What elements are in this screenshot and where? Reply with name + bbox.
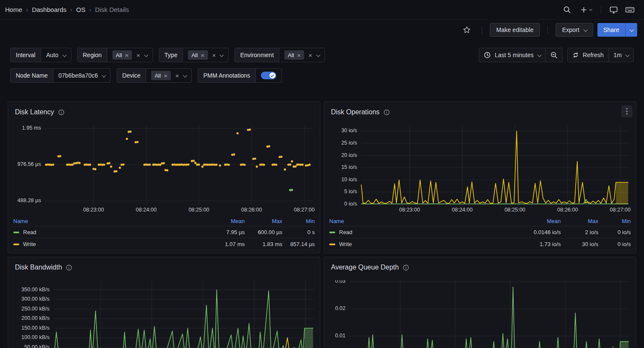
region-filter: Region All× × xyxy=(77,48,153,62)
series-swatch xyxy=(13,244,19,245)
keyboard-shortcuts-icon[interactable] xyxy=(623,3,637,17)
info-icon[interactable] xyxy=(403,264,409,271)
share-split-button: Share xyxy=(597,23,637,37)
refresh-interval-select[interactable]: 1m xyxy=(609,48,633,62)
series-swatch xyxy=(329,232,335,233)
clear-icon[interactable]: × xyxy=(175,72,179,79)
panel-menu-icon[interactable] xyxy=(621,105,632,117)
clear-icon[interactable]: × xyxy=(136,52,140,58)
type-select[interactable]: All× × xyxy=(183,48,228,62)
interval-label: Interval xyxy=(11,48,41,62)
panel-title[interactable]: Disk Latency xyxy=(15,108,54,116)
search-icon[interactable] xyxy=(560,3,574,17)
check-icon xyxy=(270,74,274,78)
toggle-knob xyxy=(269,72,275,78)
time-range-picker[interactable]: Last 5 minutes xyxy=(479,48,545,62)
type-chip[interactable]: All× xyxy=(188,50,208,60)
chevron-down-icon xyxy=(183,73,187,77)
legend-row-read: Read 0.0146 io/s 2 io/s 0 io/s xyxy=(329,226,631,238)
panel-title[interactable]: Disk Operations xyxy=(331,108,380,116)
share-dropdown-button[interactable] xyxy=(625,23,637,37)
divider xyxy=(601,6,601,14)
pmm-annotations-toggle[interactable] xyxy=(261,72,276,79)
device-chip[interactable]: All× xyxy=(151,71,171,80)
region-select[interactable]: All× × xyxy=(107,48,152,62)
export-button[interactable]: Export xyxy=(556,23,593,37)
chevron-down-icon xyxy=(220,52,224,57)
panel-average-queue-depth: Average Queue Depth 08:23:0008:24:0008:2… xyxy=(324,257,636,348)
add-new-button[interactable] xyxy=(576,3,596,17)
environment-select[interactable]: All× × xyxy=(279,48,325,62)
clear-icon[interactable]: × xyxy=(212,52,216,58)
type-filter: Type All× × xyxy=(159,48,228,62)
breadcrumb-home[interactable]: Home xyxy=(5,6,22,13)
zoom-out-icon xyxy=(550,52,558,59)
zoom-out-time-button[interactable] xyxy=(545,48,562,62)
disk-latency-chart[interactable]: 08:23:0008:24:0008:25:0008:26:0008:27:00… xyxy=(12,125,316,215)
dashboard-toolbar: Make editable Export Share xyxy=(0,20,644,40)
dashboard-grid: Disk Latency 08:23:0008:24:0008:25:0008:… xyxy=(8,102,636,348)
chevron-down-icon xyxy=(102,73,106,77)
legend-row-write: Write 1.07 ms 1.83 ms 857.14 µs xyxy=(13,238,315,250)
clock-icon xyxy=(484,52,491,58)
legend-header-mean[interactable]: Mean xyxy=(520,218,561,224)
breadcrumb: Home › Dashboards › OS › Disk Details xyxy=(5,6,129,13)
legend-header-max[interactable]: Max xyxy=(245,218,282,224)
panel-disk-latency: Disk Latency 08:23:0008:24:0008:25:0008:… xyxy=(8,102,320,253)
node-name-label: Node Name xyxy=(11,69,53,82)
kiosk-mode-icon[interactable] xyxy=(606,3,621,17)
device-select[interactable]: All× × xyxy=(146,69,191,82)
divider xyxy=(482,26,482,34)
panel-title[interactable]: Average Queue Depth xyxy=(331,264,399,271)
disk-bandwidth-chart[interactable]: 08:23:0008:24:0008:25:0008:26:0008:27:00… xyxy=(12,280,316,348)
region-chip[interactable]: All× xyxy=(112,50,132,60)
chevron-down-icon xyxy=(629,27,634,32)
info-icon[interactable] xyxy=(58,109,64,116)
legend-header-min[interactable]: Min xyxy=(598,218,631,224)
close-icon[interactable]: × xyxy=(164,72,168,79)
info-icon[interactable] xyxy=(383,109,390,116)
node-name-select[interactable]: 07b6be8a70c6 xyxy=(53,69,111,82)
refresh-icon xyxy=(572,52,579,58)
refresh-button[interactable]: Refresh xyxy=(568,48,609,62)
pmm-annotations-label: PMM Annotations xyxy=(198,69,256,82)
legend-header-min[interactable]: Min xyxy=(282,218,315,224)
environment-chip[interactable]: All× xyxy=(284,50,304,60)
chevron-down-icon xyxy=(625,52,629,57)
panel-disk-bandwidth: Disk Bandwidth 08:23:0008:24:0008:25:000… xyxy=(8,257,320,348)
legend-header-name[interactable]: Name xyxy=(329,218,520,224)
interval-select[interactable]: Auto xyxy=(41,48,71,62)
legend-header-mean[interactable]: Mean xyxy=(204,218,245,224)
breadcrumb-current: Disk Details xyxy=(95,6,129,13)
clear-icon[interactable]: × xyxy=(308,52,312,58)
environment-filter: Environment All× × xyxy=(234,48,325,62)
star-icon[interactable] xyxy=(460,23,474,37)
make-editable-button[interactable]: Make editable xyxy=(490,23,540,37)
time-picker-group: Last 5 minutes xyxy=(479,48,562,62)
type-label: Type xyxy=(159,48,183,62)
close-icon[interactable]: × xyxy=(201,52,205,58)
disk-operations-chart[interactable]: 08:23:0008:24:0008:25:0008:26:0008:27:00… xyxy=(328,125,632,215)
legend-row-read: Read 7.95 µs 600.00 µs 0 s xyxy=(13,226,315,238)
chevron-down-icon xyxy=(316,52,320,57)
node-name-filter: Node Name 07b6be8a70c6 xyxy=(10,68,111,83)
close-icon[interactable]: × xyxy=(125,52,129,58)
legend-header-name[interactable]: Name xyxy=(13,218,204,224)
share-button[interactable]: Share xyxy=(597,23,625,37)
breadcrumb-dashboards[interactable]: Dashboards xyxy=(32,6,67,13)
series-swatch xyxy=(13,232,19,233)
breadcrumb-os[interactable]: OS xyxy=(76,6,85,13)
environment-label: Environment xyxy=(235,48,279,62)
average-queue-depth-chart[interactable]: 08:23:0008:24:0008:25:0008:26:0008:27:00… xyxy=(328,280,632,348)
close-icon[interactable]: × xyxy=(297,52,301,58)
region-label: Region xyxy=(78,48,107,62)
divider xyxy=(547,26,548,34)
device-filter: Device All× × xyxy=(117,68,192,83)
refresh-group: Refresh 1m xyxy=(567,48,634,62)
breadcrumb-separator: › xyxy=(89,6,91,13)
info-icon[interactable] xyxy=(66,264,72,271)
legend-header-max[interactable]: Max xyxy=(561,218,598,224)
breadcrumb-separator: › xyxy=(70,6,73,13)
panel-title[interactable]: Disk Bandwidth xyxy=(15,264,62,271)
interval-filter: Interval Auto xyxy=(10,48,71,62)
